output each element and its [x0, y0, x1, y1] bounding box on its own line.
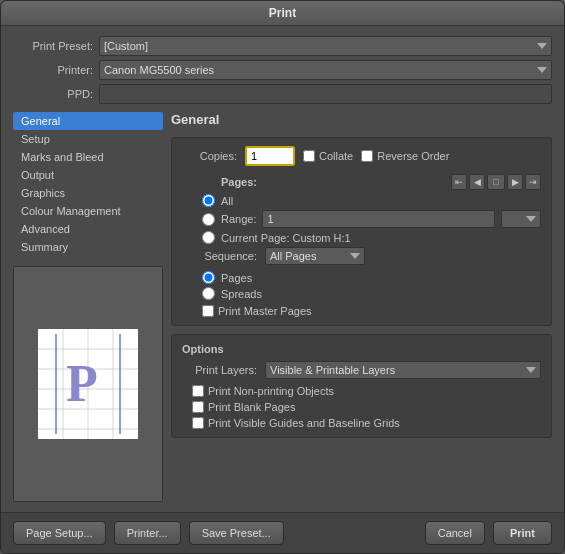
- page-setup-button[interactable]: Page Setup...: [13, 521, 106, 545]
- first-page-button[interactable]: ⇤: [451, 174, 467, 190]
- printer-button[interactable]: Printer...: [114, 521, 181, 545]
- all-pages-radio[interactable]: [202, 194, 215, 207]
- spreads-label: Spreads: [221, 288, 262, 300]
- options-title: Options: [182, 343, 541, 355]
- all-pages-label: All: [221, 195, 233, 207]
- range-row: Range:: [182, 210, 541, 228]
- last-page-button[interactable]: ⇥: [525, 174, 541, 190]
- pages-radio-row: Pages: [202, 271, 541, 284]
- spread-options: Pages Spreads Print Master Pages: [182, 271, 541, 317]
- non-printing-label[interactable]: Print Non-printing Objects: [192, 385, 541, 397]
- prev-page-button[interactable]: ◀: [469, 174, 485, 190]
- blank-pages-checkbox[interactable]: [192, 401, 204, 413]
- bottom-bar: Page Setup... Printer... Save Preset... …: [1, 512, 564, 553]
- print-preset-label: Print Preset:: [13, 40, 93, 52]
- spreads-radio[interactable]: [202, 287, 215, 300]
- sequence-row: Sequence: All Pages Even Pages Odd Pages: [182, 247, 541, 265]
- sidebar-item-summary[interactable]: Summary: [13, 238, 163, 256]
- sidebar-item-marks-bleed[interactable]: Marks and Bleed: [13, 148, 163, 166]
- printer-select[interactable]: Canon MG5500 series: [99, 60, 552, 80]
- page-preview: P: [38, 329, 138, 439]
- sidebar-item-setup[interactable]: Setup: [13, 130, 163, 148]
- print-layers-label: Print Layers:: [182, 364, 257, 376]
- print-layers-row: Print Layers: Visible & Printable Layers…: [182, 361, 541, 379]
- pages-spread-radio[interactable]: [202, 271, 215, 284]
- sequence-select[interactable]: All Pages Even Pages Odd Pages: [265, 247, 365, 265]
- right-panel: General Copies: Collate Reverse Order: [171, 112, 552, 502]
- dialog-title: Print: [269, 6, 296, 20]
- range-radio[interactable]: [202, 213, 215, 226]
- all-pages-row: All: [182, 194, 541, 207]
- current-page-label: Current Page: Custom H:1: [221, 232, 351, 244]
- main-area: General Setup Marks and Bleed Output Gra…: [13, 112, 552, 502]
- ppd-row: PPD:: [13, 84, 552, 104]
- range-input[interactable]: [262, 210, 495, 228]
- spreads-radio-row: Spreads: [202, 287, 541, 300]
- print-master-label[interactable]: Print Master Pages: [202, 305, 541, 317]
- copies-row: Copies: Collate Reverse Order: [182, 146, 541, 166]
- sidebar-item-advanced[interactable]: Advanced: [13, 220, 163, 238]
- visible-guides-checkbox[interactable]: [192, 417, 204, 429]
- ppd-label: PPD:: [13, 88, 93, 100]
- pages-heading-row: Pages: ⇤ ◀ □ ▶ ⇥: [182, 174, 541, 190]
- sequence-label: Sequence:: [192, 250, 257, 262]
- print-layers-select[interactable]: Visible & Printable Layers Visible Layer…: [265, 361, 541, 379]
- collate-checkbox-label[interactable]: Collate: [303, 150, 353, 162]
- section-title: General: [171, 112, 552, 127]
- print-button[interactable]: Print: [493, 521, 552, 545]
- copies-label: Copies:: [182, 150, 237, 162]
- sidebar-item-graphics[interactable]: Graphics: [13, 184, 163, 202]
- pages-spread-label: Pages: [221, 272, 252, 284]
- sidebar-item-general[interactable]: General: [13, 112, 163, 130]
- printer-label: Printer:: [13, 64, 93, 76]
- pages-heading: Pages:: [202, 176, 257, 188]
- blank-pages-label[interactable]: Print Blank Pages: [192, 401, 541, 413]
- sidebar: General Setup Marks and Bleed Output Gra…: [13, 112, 163, 502]
- print-preset-row: Print Preset: [Custom]: [13, 36, 552, 56]
- pages-section: Copies: Collate Reverse Order P: [171, 137, 552, 326]
- non-printing-checkbox[interactable]: [192, 385, 204, 397]
- page-thumb-button[interactable]: □: [487, 174, 505, 190]
- visible-guides-label[interactable]: Print Visible Guides and Baseline Grids: [192, 417, 541, 429]
- reverse-order-checkbox-label[interactable]: Reverse Order: [361, 150, 449, 162]
- current-page-row: Current Page: Custom H:1: [182, 231, 541, 244]
- range-select[interactable]: [501, 210, 541, 228]
- sidebar-item-colour-management[interactable]: Colour Management: [13, 202, 163, 220]
- copies-input[interactable]: [245, 146, 295, 166]
- ppd-select[interactable]: [99, 84, 552, 104]
- svg-text:P: P: [66, 355, 98, 412]
- preview-box: P: [13, 266, 163, 502]
- current-page-radio[interactable]: [202, 231, 215, 244]
- cancel-button[interactable]: Cancel: [425, 521, 485, 545]
- sidebar-item-output[interactable]: Output: [13, 166, 163, 184]
- next-page-button[interactable]: ▶: [507, 174, 523, 190]
- page-navigation: ⇤ ◀ □ ▶ ⇥: [451, 174, 541, 190]
- dialog-content: Print Preset: [Custom] Printer: Canon MG…: [1, 26, 564, 512]
- reverse-order-checkbox[interactable]: [361, 150, 373, 162]
- print-dialog: Print Print Preset: [Custom] Printer: Ca…: [0, 0, 565, 554]
- title-bar: Print: [1, 1, 564, 26]
- options-section: Options Print Layers: Visible & Printabl…: [171, 334, 552, 438]
- collate-checkbox[interactable]: [303, 150, 315, 162]
- printer-row: Printer: Canon MG5500 series: [13, 60, 552, 80]
- print-preset-select[interactable]: [Custom]: [99, 36, 552, 56]
- range-label: Range:: [221, 213, 256, 225]
- top-fields: Print Preset: [Custom] Printer: Canon MG…: [13, 36, 552, 104]
- save-preset-button[interactable]: Save Preset...: [189, 521, 284, 545]
- options-checkboxes: Print Non-printing Objects Print Blank P…: [182, 385, 541, 429]
- print-master-checkbox[interactable]: [202, 305, 214, 317]
